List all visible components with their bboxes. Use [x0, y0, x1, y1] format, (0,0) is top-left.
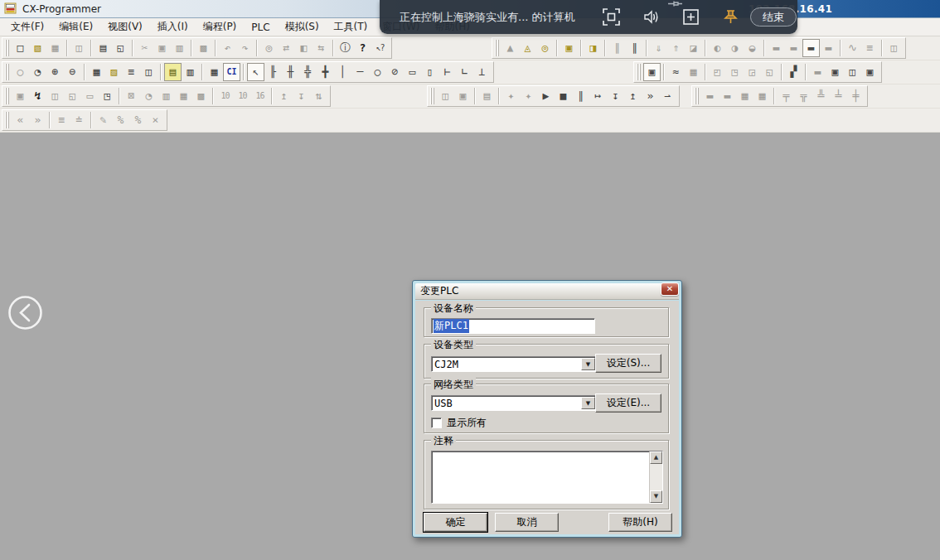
scroll-up-icon[interactable]: ▲	[650, 451, 662, 464]
coil-nc-button[interactable]: ⊘	[386, 63, 404, 81]
output-window-button[interactable]: ◫	[46, 87, 64, 105]
watch-add-1-button[interactable]: ◰	[709, 63, 726, 81]
marker-percent-b-button[interactable]: %	[129, 111, 147, 129]
device-name-input[interactable]: 新PLC1	[431, 318, 595, 334]
calendar-button[interactable]: ▦	[685, 63, 702, 81]
comment-textarea[interactable]	[432, 451, 649, 503]
sim-fast-forward-button[interactable]: »	[642, 87, 659, 105]
rung-comment-button[interactable]: ▨	[105, 63, 123, 81]
work-online-button[interactable]: ▲	[501, 39, 519, 57]
marker-clear-button[interactable]: ×	[147, 111, 164, 129]
network-a-button[interactable]: ▬	[701, 87, 719, 105]
paste-special-button[interactable]: ▩	[195, 39, 212, 57]
toolbar-handle[interactable]	[695, 88, 700, 104]
online-edit-b-button[interactable]: ✦	[520, 87, 537, 105]
select-tool-button[interactable]: ↖	[247, 63, 264, 81]
fb-call-button[interactable]: ⊢	[439, 63, 456, 81]
upload-from-plc-button[interactable]: ⇑	[667, 39, 685, 57]
plc-clock-button[interactable]: ◔	[140, 87, 157, 105]
pin-icon[interactable]	[722, 8, 739, 26]
watch-window-button[interactable]: ◱	[64, 87, 81, 105]
zoom-tool-button[interactable]: ○	[12, 63, 29, 81]
split-window-button[interactable]: ◫	[437, 87, 454, 105]
menu-view[interactable]: 视图(V)	[100, 18, 150, 36]
topology-b-button[interactable]: ╦	[795, 87, 812, 105]
monitor-window-button[interactable]: ◐	[709, 39, 726, 57]
pause-simulator-button[interactable]: ∥	[608, 39, 626, 57]
toolbar-handle[interactable]	[5, 64, 10, 80]
toolbar-handle[interactable]	[430, 88, 435, 104]
split-program-button[interactable]: ⊠	[123, 87, 140, 105]
watch-add-3-button[interactable]: ◲	[744, 63, 761, 81]
data-trace-window-button[interactable]: ▤	[478, 87, 496, 105]
topology-d-button[interactable]: ╧	[830, 87, 847, 105]
instruction-box2-button[interactable]: ▯	[421, 63, 439, 81]
new-file-button[interactable]: □	[12, 39, 29, 57]
open-file-button[interactable]: ▧	[29, 39, 46, 57]
help-button[interactable]: ?	[354, 39, 371, 57]
paste-button[interactable]: ▥	[171, 39, 188, 57]
topology-c-button[interactable]: ╩	[812, 87, 830, 105]
ladder-view-button[interactable]: ▤	[164, 63, 182, 81]
sim-run-to-button[interactable]: ⇀	[659, 87, 676, 105]
memory-view-button[interactable]: ▥	[157, 87, 175, 105]
copy-button[interactable]: ▣	[153, 39, 171, 57]
end-session-button[interactable]: 结束	[750, 7, 797, 27]
force-off-button[interactable]: ↧	[293, 87, 310, 105]
sma-view-button[interactable]: ▦	[206, 63, 223, 81]
differential-monitor-button[interactable]: ◑	[726, 39, 744, 57]
list-normal-button[interactable]: ≡	[53, 111, 70, 129]
topology-a-button[interactable]: ╤	[778, 87, 795, 105]
marker-percent-a-button[interactable]: %	[112, 111, 129, 129]
redo-button[interactable]: ↷	[236, 39, 254, 57]
statement-list-button[interactable]: ≡	[123, 63, 140, 81]
list-top-button[interactable]: ≐	[70, 111, 88, 129]
watch-add-2-button[interactable]: ◳	[726, 63, 744, 81]
network-type-select[interactable]: USB ▼	[431, 395, 597, 411]
print-preview-button[interactable]: ◱	[112, 39, 129, 57]
network-c-button[interactable]: ▦	[736, 87, 753, 105]
indent-right-button[interactable]: »	[29, 111, 46, 129]
chevron-down-icon[interactable]: ▼	[581, 397, 595, 409]
change-all-button[interactable]: ⇆	[313, 39, 330, 57]
display-hex-button[interactable]: 16	[251, 87, 269, 105]
help-button[interactable]: 帮助(H)	[608, 513, 672, 532]
indent-left-button[interactable]: «	[12, 111, 29, 129]
save-file-button[interactable]: ▦	[46, 39, 64, 57]
ok-button[interactable]: 确定	[424, 513, 487, 532]
menu-tools[interactable]: 工具(T)	[327, 18, 376, 36]
device-type-select[interactable]: CJ2M ▼	[431, 356, 597, 372]
network-d-button[interactable]: ▦	[753, 87, 771, 105]
cancel-button[interactable]: 取消	[495, 513, 559, 532]
pause-monitor-button[interactable]: ◒	[744, 39, 761, 57]
marker-pen-button[interactable]: ✎	[94, 111, 112, 129]
ci-view-button[interactable]: CI	[223, 63, 240, 81]
stamp-button[interactable]: ≈	[667, 63, 685, 81]
toolbar-handle[interactable]	[5, 112, 10, 128]
dialog-title-bar[interactable]: 变更PLC	[415, 283, 679, 300]
io-table-button[interactable]: ▦	[175, 87, 192, 105]
sim-step-button[interactable]: ↦	[589, 87, 607, 105]
compare-programs-button[interactable]: ◫	[70, 39, 88, 57]
toolbar-handle[interactable]	[637, 64, 642, 80]
network-b-button[interactable]: ▬	[719, 87, 736, 105]
coil-button[interactable]: ○	[369, 63, 386, 81]
menu-simulation[interactable]: 模拟(S)	[278, 18, 327, 36]
scroll-down-icon[interactable]: ▼	[650, 490, 662, 503]
contact-no-button[interactable]: ╟	[264, 63, 282, 81]
online-edit-a-button[interactable]: ✦	[502, 87, 520, 105]
io-rack-d-button[interactable]: ▬	[820, 39, 837, 57]
io-rack-b-button[interactable]: ▬	[785, 39, 802, 57]
compare-with-plc-button[interactable]: ◪	[685, 39, 702, 57]
download-to-plc-button[interactable]: ⇓	[650, 39, 667, 57]
remote-back-button[interactable]	[7, 294, 44, 331]
symbol-comment-button[interactable]: ◫	[140, 63, 157, 81]
display-signed-decimal-button[interactable]: 10	[234, 87, 251, 105]
replace-button[interactable]: ◧	[295, 39, 313, 57]
horizontal-line-button[interactable]: ─	[351, 63, 369, 81]
menu-plc[interactable]: PLC	[244, 20, 277, 35]
menu-program[interactable]: 编程(P)	[196, 18, 245, 36]
contact-nc-button[interactable]: ╫	[282, 63, 299, 81]
menu-insert[interactable]: 插入(I)	[150, 18, 196, 36]
sim-step-in-button[interactable]: ↧	[607, 87, 624, 105]
